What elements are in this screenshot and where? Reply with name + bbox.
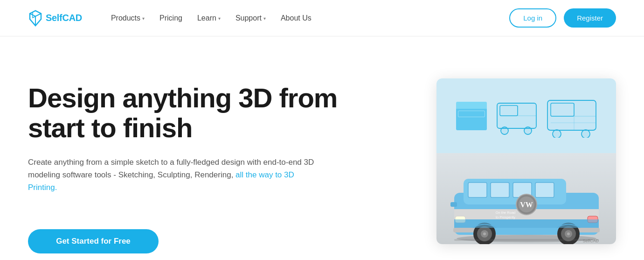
- nav-support[interactable]: Support ▾: [230, 10, 271, 26]
- learn-chevron-icon: ▾: [218, 16, 221, 21]
- svg-text:On the Road: On the Road: [495, 211, 515, 215]
- nav-about[interactable]: About Us: [275, 10, 317, 26]
- navbar-right: Log in Register: [509, 8, 616, 28]
- support-chevron-icon: ▾: [263, 16, 266, 21]
- svg-rect-18: [468, 183, 487, 197]
- svg-point-11: [553, 130, 561, 138]
- navbar: SelfCAD Products ▾ Pricing Learn ▾ Suppo…: [0, 0, 644, 36]
- cta-button[interactable]: Get Started for Free: [28, 229, 159, 253]
- solid-cube-shape: [456, 108, 487, 130]
- nav-pricing[interactable]: Pricing: [154, 10, 188, 26]
- hero-description: Create anything from a simple sketch to …: [28, 156, 317, 194]
- van-render-svg: VW: [440, 155, 613, 244]
- logo-text: SelfCAD: [46, 13, 82, 23]
- logo[interactable]: SelfCAD: [28, 10, 82, 27]
- svg-rect-37: [454, 219, 599, 228]
- hero-section: Design anything 3D from start to finish …: [0, 36, 644, 260]
- svg-rect-19: [491, 183, 509, 197]
- svg-point-32: [483, 232, 486, 235]
- svg-point-12: [582, 130, 590, 138]
- hero-bottom-panel: VW: [436, 153, 616, 244]
- hero-title: Design anything 3D from start to finish: [28, 83, 364, 143]
- hero-image-panel: VW: [436, 78, 616, 244]
- products-chevron-icon: ▾: [142, 16, 145, 21]
- svg-point-36: [567, 232, 570, 235]
- hero-top-panel: [436, 78, 616, 153]
- nav-learn[interactable]: Learn ▾: [192, 10, 226, 26]
- login-button[interactable]: Log in: [509, 8, 556, 28]
- svg-text:to Prosperity: to Prosperity: [495, 215, 515, 219]
- wire-van-large: [547, 98, 597, 133]
- register-button[interactable]: Register: [564, 8, 616, 28]
- svg-point-5: [524, 127, 532, 134]
- svg-rect-6: [547, 100, 596, 130]
- svg-text:VW: VW: [520, 201, 533, 209]
- logo-icon: [28, 10, 43, 27]
- svg-rect-40: [450, 202, 457, 207]
- svg-rect-21: [535, 183, 554, 197]
- nav-links: Products ▾ Pricing Learn ▾ Support ▾ Abo…: [105, 10, 317, 26]
- wire-van-medium: [496, 101, 537, 130]
- navbar-left: SelfCAD Products ▾ Pricing Learn ▾ Suppo…: [28, 10, 317, 27]
- hero-content: Design anything 3D from start to finish …: [28, 74, 364, 212]
- nav-products[interactable]: Products ▾: [105, 10, 150, 26]
- cta-area: Get Started for Free: [28, 229, 159, 253]
- svg-point-4: [501, 127, 508, 134]
- svg-rect-42: [454, 239, 599, 241]
